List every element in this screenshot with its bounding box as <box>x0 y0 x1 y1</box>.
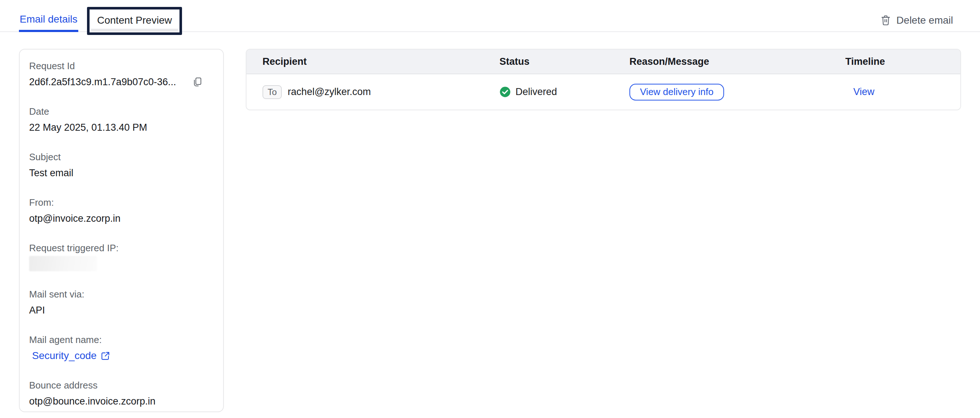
external-link-icon <box>100 351 110 361</box>
timeline-cell: View <box>845 86 960 98</box>
date-label: Date <box>29 105 214 118</box>
tab-email-details[interactable]: Email details <box>19 13 78 31</box>
column-header-timeline: Timeline <box>845 56 960 67</box>
bounce-address-value: otp@bounce.invoice.zcorp.in <box>29 395 214 408</box>
request-ip-label: Request triggered IP: <box>29 242 214 254</box>
from-value: otp@invoice.zcorp.in <box>29 212 214 225</box>
email-details-card: Request Id 2d6f.2a5f13c9.m1.7a9b07c0-36.… <box>19 49 224 412</box>
delivered-check-icon <box>500 86 511 98</box>
bounce-address-label: Bounce address <box>29 379 214 391</box>
delete-email-button[interactable]: Delete email <box>880 14 953 31</box>
recipient-email: rachel@zylker.com <box>288 86 371 98</box>
column-header-reason: Reason/Message <box>629 56 845 67</box>
field-date: Date 22 May 2025, 01.13.40 PM <box>29 105 214 134</box>
subject-label: Subject <box>29 151 214 163</box>
table-header-row: Recipient Status Reason/Message Timeline <box>247 49 960 74</box>
mail-agent-name: Security_code <box>32 349 97 362</box>
tab-content-preview-label: Content Preview <box>97 14 172 26</box>
table-row: To rachel@zylker.com Delivered View deli… <box>247 74 960 110</box>
status-cell: Delivered <box>500 86 629 98</box>
field-from: From: otp@invoice.zcorp.in <box>29 196 214 225</box>
from-label: From: <box>29 196 214 209</box>
tab-focus-ring: Content Preview <box>87 7 182 35</box>
tab-bar: Email details Content Preview <box>19 7 182 31</box>
email-details-page: Email details Content Preview Delete ema… <box>0 0 980 418</box>
column-header-status: Status <box>500 56 629 67</box>
recipients-table: Recipient Status Reason/Message Timeline… <box>246 49 961 110</box>
timeline-view-link[interactable]: View <box>845 86 874 98</box>
reason-cell: View delivery info <box>629 84 845 100</box>
field-request-id: Request Id 2d6f.2a5f13c9.m1.7a9b07c0-36.… <box>29 60 214 89</box>
field-mail-sent-via: Mail sent via: API <box>29 288 214 317</box>
header-bar: Email details Content Preview Delete ema… <box>0 0 980 32</box>
tab-content-preview[interactable]: Content Preview <box>89 10 180 32</box>
trash-icon <box>880 14 891 26</box>
field-request-ip: Request triggered IP: <box>29 242 214 271</box>
recipient-cell: To rachel@zylker.com <box>247 85 500 99</box>
request-id-value: 2d6f.2a5f13c9.m1.7a9b07c0-36... <box>29 75 176 89</box>
redacted-ip-value <box>29 256 97 271</box>
view-delivery-info-button[interactable]: View delivery info <box>629 84 724 100</box>
field-subject: Subject Test email <box>29 151 214 180</box>
date-value: 22 May 2025, 01.13.40 PM <box>29 121 214 134</box>
column-header-recipient: Recipient <box>247 56 500 67</box>
mail-agent-label: Mail agent name: <box>29 334 214 346</box>
subject-value: Test email <box>29 166 214 180</box>
status-text: Delivered <box>515 86 557 98</box>
to-badge: To <box>262 85 282 99</box>
request-id-label: Request Id <box>29 60 214 72</box>
delete-email-label: Delete email <box>896 14 953 26</box>
field-mail-agent: Mail agent name: Security_code <box>29 334 214 362</box>
copy-request-id-button[interactable] <box>192 76 202 87</box>
field-bounce-address: Bounce address otp@bounce.invoice.zcorp.… <box>29 379 214 408</box>
mail-sent-via-value: API <box>29 304 214 317</box>
tab-email-details-label: Email details <box>20 13 78 25</box>
mail-agent-link[interactable]: Security_code <box>32 349 110 362</box>
mail-sent-via-label: Mail sent via: <box>29 288 214 300</box>
main-content: Request Id 2d6f.2a5f13c9.m1.7a9b07c0-36.… <box>0 32 980 412</box>
copy-icon <box>192 76 202 87</box>
